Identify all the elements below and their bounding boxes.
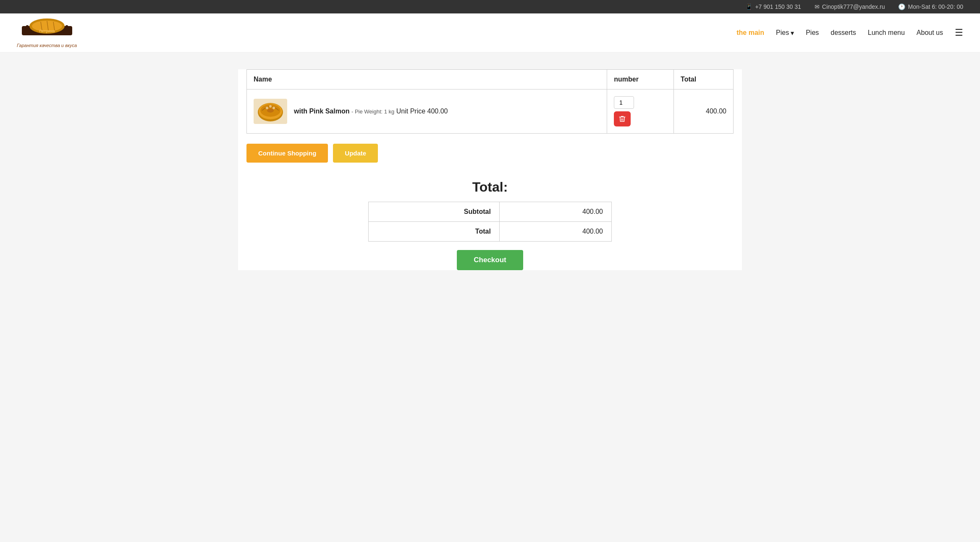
- chevron-down-icon: ▾: [791, 29, 794, 37]
- svg-point-16: [269, 105, 272, 108]
- email-text: Cinoptik777@yandex.ru: [822, 3, 885, 10]
- col-header-total: Total: [674, 70, 734, 89]
- nav-about[interactable]: About us: [917, 29, 943, 37]
- update-button[interactable]: Update: [333, 144, 378, 163]
- quantity-cell: [607, 89, 674, 134]
- svg-point-14: [266, 107, 268, 109]
- total-label: Total: [369, 222, 500, 242]
- logo[interactable]: Петрина Гарантия качества и вкуса: [17, 18, 77, 48]
- hamburger-icon[interactable]: ☰: [955, 27, 963, 38]
- clock-icon: 🕐: [898, 3, 905, 10]
- action-buttons: Continue Shopping Update: [246, 144, 734, 163]
- svg-rect-8: [66, 25, 68, 35]
- main-nav: the main Pies ▾ Pies desserts Lunch menu…: [736, 27, 963, 38]
- svg-point-15: [273, 107, 275, 109]
- quantity-stepper[interactable]: [614, 96, 634, 109]
- totals-section: Total: Subtotal 400.00 Total 400.00 Chec…: [246, 179, 734, 270]
- subtotal-label: Subtotal: [369, 202, 500, 222]
- product-image: [254, 99, 287, 124]
- logo-svg: Петрина: [22, 18, 72, 43]
- nav-pies[interactable]: Pies: [806, 29, 819, 37]
- product-price-text: Unit Price 400.00: [396, 108, 448, 115]
- subtotal-row: Subtotal 400.00: [369, 202, 612, 222]
- col-header-name: Name: [247, 70, 607, 89]
- continue-shopping-button[interactable]: Continue Shopping: [246, 144, 328, 163]
- hours-text: Mon-Sat 6: 00-20: 00: [908, 3, 963, 10]
- col-header-number: number: [607, 70, 674, 89]
- table-row: with Pink Salmon - Pie Weight: 1 kg Unit…: [247, 89, 734, 134]
- logo-tagline: Гарантия качества и вкуса: [17, 43, 77, 48]
- product-detail-text: - Pie Weight: 1 kg: [351, 108, 394, 115]
- table-header-row: Name number Total: [247, 70, 734, 89]
- header: Петрина Гарантия качества и вкуса the ma…: [0, 13, 980, 53]
- total-row: Total 400.00: [369, 222, 612, 242]
- subtotal-value: 400.00: [499, 202, 611, 222]
- email-icon: ✉: [815, 3, 820, 10]
- phone-icon: 📱: [745, 3, 752, 10]
- checkout-button[interactable]: Checkout: [457, 250, 523, 270]
- nav-lunch[interactable]: Lunch menu: [868, 29, 905, 37]
- cart-table: Name number Total: [246, 69, 734, 134]
- topbar-hours: 🕐 Mon-Sat 6: 00-20: 00: [898, 3, 963, 10]
- nav-main[interactable]: the main: [736, 29, 764, 37]
- svg-rect-7: [26, 25, 29, 35]
- topbar-phone: 📱 +7 901 150 30 31: [745, 3, 801, 10]
- topbar-email: ✉ Cinoptik777@yandex.ru: [815, 3, 885, 10]
- trash-icon: [618, 115, 626, 123]
- totals-table: Subtotal 400.00 Total 400.00: [368, 202, 612, 242]
- topbar: 📱 +7 901 150 30 31 ✉ Cinoptik777@yandex.…: [0, 0, 980, 13]
- product-info: with Pink Salmon - Pie Weight: 1 kg Unit…: [294, 108, 448, 115]
- product-name-cell: with Pink Salmon - Pie Weight: 1 kg Unit…: [247, 89, 607, 134]
- row-total-cell: 400.00: [674, 89, 734, 134]
- delete-button[interactable]: [614, 111, 631, 126]
- nav-pies-dropdown[interactable]: Pies ▾: [776, 29, 794, 37]
- totals-heading: Total:: [472, 179, 508, 195]
- main-content: Name number Total: [238, 69, 742, 270]
- svg-text:Петрина: Петрина: [39, 29, 55, 33]
- product-name-text: with Pink Salmon: [294, 108, 349, 115]
- phone-text: +7 901 150 30 31: [755, 3, 801, 10]
- nav-desserts[interactable]: desserts: [831, 29, 856, 37]
- product-cell: with Pink Salmon - Pie Weight: 1 kg Unit…: [254, 99, 600, 124]
- svg-point-13: [267, 108, 274, 113]
- total-value: 400.00: [499, 222, 611, 242]
